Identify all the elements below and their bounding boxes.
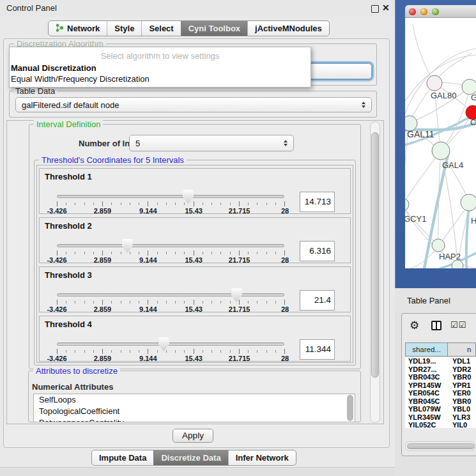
table-row[interactable]: YDR27... YDR2 bbox=[405, 365, 476, 374]
threshold-row-1: Threshold 1 -3.4262.8599.14415.4321.7152… bbox=[39, 168, 351, 214]
tab-network[interactable]: Network bbox=[49, 21, 107, 36]
algorithm-popup: Select algorithm to view settings Manual… bbox=[9, 47, 311, 88]
slider-scale-labels: -3.4262.8599.14415.4321.71528 bbox=[57, 256, 285, 264]
threshold-value-field[interactable]: 14.713 bbox=[300, 192, 335, 212]
scrollbar-thumb[interactable] bbox=[407, 443, 475, 449]
tab-discretize-data[interactable]: Discretize Data bbox=[153, 450, 227, 465]
threshold-label: Threshold 3 bbox=[45, 270, 92, 280]
slider-ticks bbox=[57, 349, 285, 355]
split-view-icon[interactable] bbox=[431, 321, 441, 330]
table-data-combo[interactable]: galFiltered.sif default node bbox=[15, 97, 372, 112]
popup-hint: Select algorithm to view settings bbox=[10, 50, 311, 63]
network-node[interactable] bbox=[452, 260, 463, 268]
attributes-list-scrollbar[interactable] bbox=[347, 395, 353, 421]
threshold-row-4: Threshold 4 -3.4262.8599.14415.4321.7152… bbox=[39, 316, 351, 362]
close-icon[interactable]: ✕ bbox=[382, 3, 390, 13]
network-node[interactable] bbox=[432, 239, 445, 252]
table-row[interactable]: YPR145W YPR1 bbox=[405, 381, 476, 390]
table-row[interactable]: YIL052C YIL0 bbox=[405, 421, 476, 428]
attribute-list-item[interactable]: SelfLoops bbox=[34, 394, 355, 406]
table-row[interactable]: YBR043C YBR0 bbox=[405, 373, 476, 381]
algorithm-option[interactable]: Manual Discretization bbox=[10, 63, 311, 73]
table-row[interactable]: YBL079W YBL0 bbox=[405, 405, 476, 413]
attributes-list[interactable]: SelfLoopsTopologicalCoefficientBetweenne… bbox=[33, 394, 355, 422]
attribute-list-item[interactable]: TopologicalCoefficient bbox=[34, 406, 355, 417]
network-node-label: H bbox=[471, 216, 476, 226]
table-panel-header: Table Panel bbox=[395, 288, 476, 312]
panel-title: Control Panel bbox=[6, 3, 57, 13]
column-header-shared-name[interactable]: shared... bbox=[405, 342, 448, 357]
threshold-row-2: Threshold 2 -3.4262.8599.14415.4321.7152… bbox=[39, 217, 351, 263]
network-canvas[interactable]: GAL80GACGAL11GAL4GCY1HHAP2 bbox=[405, 18, 476, 268]
minimize-traffic-light-icon[interactable] bbox=[420, 8, 427, 15]
table-horizontal-scrollbar[interactable] bbox=[405, 441, 476, 451]
table-panel-title: Table Panel bbox=[407, 296, 450, 305]
network-node[interactable] bbox=[405, 198, 409, 211]
slider-ticks bbox=[57, 300, 285, 305]
network-node-label: C bbox=[470, 118, 476, 127]
intervals-count-combo[interactable]: 5 bbox=[129, 135, 294, 151]
network-node-label: GCY1 bbox=[405, 214, 426, 224]
tab-select[interactable]: Select bbox=[141, 21, 180, 36]
network-node-label: GAL4 bbox=[442, 160, 463, 170]
network-window: GAL80GACGAL11GAL4GCY1HHAP2 bbox=[405, 5, 476, 268]
table-data-group-title: Table Data bbox=[13, 86, 58, 96]
table-row[interactable]: YBR045C YBR0 bbox=[405, 397, 476, 406]
slider-ticks bbox=[57, 201, 285, 207]
intervals-count-value: 5 bbox=[135, 139, 140, 148]
slider-track[interactable] bbox=[57, 293, 284, 296]
close-traffic-light-icon[interactable] bbox=[409, 8, 416, 15]
bottom-divider bbox=[0, 467, 395, 476]
scrollbar-thumb[interactable] bbox=[371, 132, 379, 378]
slider-track[interactable] bbox=[57, 195, 284, 198]
table-data-combo-value: galFiltered.sif default node bbox=[22, 100, 119, 110]
tab-impute-data[interactable]: Impute Data bbox=[92, 450, 153, 465]
network-node[interactable] bbox=[427, 75, 442, 91]
network-node[interactable] bbox=[461, 194, 476, 211]
threshold-row-3: Threshold 3 -3.4262.8599.14415.4321.7152… bbox=[39, 266, 351, 312]
settings-vertical-scrollbar[interactable] bbox=[370, 121, 380, 423]
network-node-label: GAL11 bbox=[407, 129, 434, 139]
table-column-headers: shared... n bbox=[405, 342, 476, 357]
table-row[interactable]: YER054C YER0 bbox=[405, 389, 476, 397]
tab-infer-network[interactable]: Infer Network bbox=[228, 450, 296, 465]
column-header-name[interactable]: n bbox=[448, 342, 476, 357]
slider-track[interactable] bbox=[57, 342, 284, 346]
threshold-value-field[interactable]: 21.4 bbox=[300, 290, 335, 311]
slider-scale-labels: -3.4262.8599.14415.4321.71528 bbox=[57, 355, 285, 362]
numerical-attributes-label: Numerical Attributes bbox=[29, 382, 116, 392]
threshold-value-field[interactable]: 6.316 bbox=[300, 241, 335, 261]
slider-scale-labels: -3.4262.8599.14415.4321.71528 bbox=[57, 305, 285, 313]
threshold-value-field[interactable]: 11.344 bbox=[300, 339, 335, 360]
float-window-icon[interactable] bbox=[371, 5, 379, 13]
network-graph: GAL80GACGAL11GAL4GCY1HHAP2 bbox=[405, 18, 476, 268]
popup-options: Manual DiscretizationEqual Width/Frequen… bbox=[10, 63, 311, 84]
network-window-titlebar bbox=[405, 5, 476, 18]
bottom-tab-bar: Impute Data Discretize Data Infer Networ… bbox=[91, 450, 296, 466]
tab-style[interactable]: Style bbox=[107, 21, 141, 36]
threshold-group-title: Threshold's Coordinates for 5 Intervals bbox=[39, 155, 187, 165]
network-graph-icon bbox=[56, 23, 64, 35]
apply-button[interactable]: Apply bbox=[173, 429, 213, 443]
algorithm-option[interactable]: Equal Width/Frequency Discretization bbox=[10, 73, 311, 84]
top-tab-bar: Network Style Select Cyni Toolbox jActiv… bbox=[48, 20, 330, 36]
table-row[interactable]: YLR345W YLR3 bbox=[405, 413, 476, 422]
network-node-label: GA bbox=[471, 93, 476, 102]
table-row[interactable]: YDL19... YDL1 bbox=[405, 357, 476, 365]
slider-track[interactable] bbox=[57, 244, 284, 247]
screenshot-root: Control Panel ✕ Network S bbox=[0, 0, 476, 476]
zoom-traffic-light-icon[interactable] bbox=[432, 8, 439, 15]
column-checkboxes-icon[interactable]: ☑☑ bbox=[450, 320, 466, 330]
table-rows[interactable]: YDL19... YDL1 YDR27... YDR2 YBR043C YBR0… bbox=[405, 357, 476, 428]
slider-scale-labels: -3.4262.8599.14415.4321.71528 bbox=[57, 207, 285, 215]
tab-cyni-toolbox[interactable]: Cyni Toolbox bbox=[181, 21, 247, 36]
attribute-list-item[interactable]: BetweennessCentrality bbox=[34, 417, 355, 422]
control-panel: Control Panel ✕ Network S bbox=[0, 0, 395, 476]
tab-jactivemnodules[interactable]: jActiveMNodules bbox=[247, 21, 329, 36]
network-node[interactable] bbox=[432, 142, 450, 160]
interval-group-title: Interval Definition bbox=[34, 119, 103, 129]
gear-icon[interactable]: ⚙ bbox=[410, 319, 419, 332]
attributes-group-title: Attributes to discretize bbox=[33, 366, 120, 376]
control-panel-titlebar: Control Panel ✕ bbox=[0, 0, 395, 17]
threshold-label: Threshold 4 bbox=[45, 319, 92, 329]
